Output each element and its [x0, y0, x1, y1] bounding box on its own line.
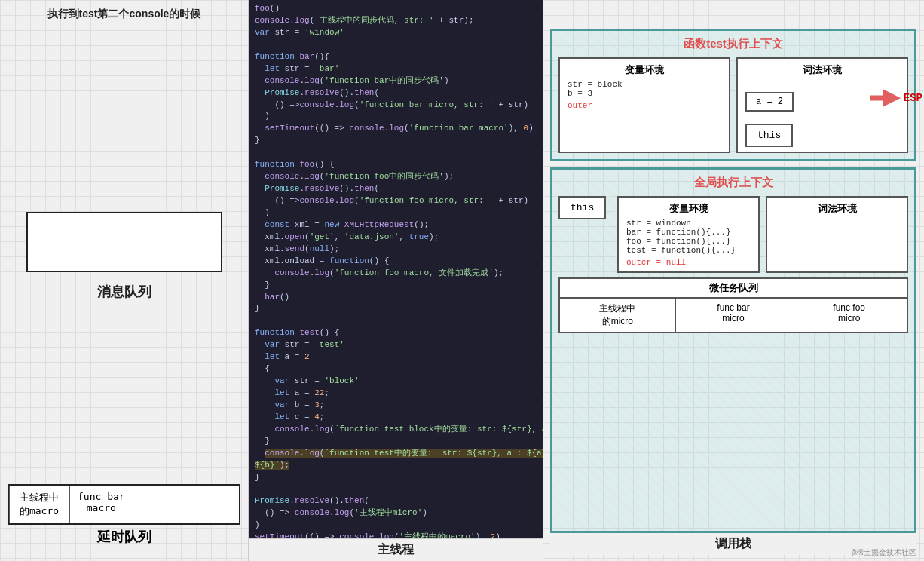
function-context-title: 函数test执行上下文 [558, 37, 908, 51]
code-display[interactable]: foo() console.log('主线程中的同步代码, str: ' + s… [249, 0, 543, 538]
global-bar: bar = function(){...} [626, 228, 751, 237]
function-var-env-content: str = block b = 3 outer [568, 80, 721, 110]
global-lex-env-title: 词法环境 [775, 202, 899, 216]
esp-arrow: ESP [870, 89, 922, 107]
microtask-cell-2: func foo micro [791, 299, 907, 332]
delay-cell-0: 主线程中 的macro [9, 486, 69, 523]
left-content: 执行到test第二个console的时候 消息队列 主线程中 的macro fu… [8, 8, 240, 553]
code-panel-label: 主线程 [249, 538, 543, 561]
global-context: 全局执行上下文 this 变量环境 str = windown bar = fu… [550, 167, 916, 533]
microtask-title: 微任务队列 [558, 277, 908, 297]
message-queue-area: 消息队列 [8, 29, 240, 484]
global-this-area: this [558, 196, 611, 273]
microtask-cell-1: func bar micro [676, 299, 792, 332]
microtask-cell-0: 主线程中 的micro [560, 299, 676, 332]
lex-a-value: a = 2 [756, 97, 783, 107]
microtask-cells: 主线程中 的micro func bar micro func foo micr… [558, 297, 908, 333]
function-this-area: this [745, 124, 899, 147]
global-outer-null: outer = null [626, 258, 751, 267]
function-var-env: 变量环境 str = block b = 3 outer [558, 57, 730, 153]
global-var-env: 变量环境 str = windown bar = function(){...}… [617, 196, 760, 273]
esp-label: ESP [904, 92, 922, 104]
var-str-block: str = block [568, 80, 721, 89]
function-test-context: 函数test执行上下文 变量环境 str = block b = 3 outer… [550, 29, 916, 161]
code-panel: foo() console.log('主线程中的同步代码, str: ' + s… [249, 0, 543, 561]
function-var-outer: outer [568, 101, 721, 110]
message-queue-label: 消息队列 [97, 283, 151, 301]
global-this-box: this [558, 196, 606, 219]
global-lex-env: 词法环境 [766, 196, 908, 273]
delay-queue-box: 主线程中 的macro func bar macro [8, 484, 240, 525]
global-foo: foo = function(){...} [626, 237, 751, 246]
global-test: test = function(){...} [626, 246, 751, 255]
left-panel: 执行到test第二个console的时候 消息队列 主线程中 的macro fu… [0, 0, 249, 561]
right-panel: ESP 函数test执行上下文 变量环境 str = block b = 3 o… [543, 0, 924, 561]
function-lex-env-title: 词法环境 [745, 63, 899, 77]
function-context-env-row: 变量环境 str = block b = 3 outer 词法环境 a = 2 [558, 57, 908, 153]
microtask-section: 微任务队列 主线程中 的micro func bar micro func fo… [558, 277, 908, 333]
lex-a-box: a = 2 [745, 92, 794, 112]
global-context-row: this 变量环境 str = windown bar = function()… [558, 196, 908, 273]
global-var-env-title: 变量环境 [626, 202, 751, 216]
delay-cell-1: func bar macro [69, 486, 133, 523]
page-title: 执行到test第二个console的时候 [8, 8, 240, 21]
esp-arrow-icon [870, 89, 901, 107]
right-content: ESP 函数test执行上下文 变量环境 str = block b = 3 o… [543, 0, 924, 561]
message-empty-box [26, 212, 222, 272]
global-str: str = windown [626, 219, 751, 228]
global-var-content: str = windown bar = function(){...} foo … [626, 219, 751, 267]
var-b: b = 3 [568, 89, 721, 98]
global-context-title: 全局执行上下文 [558, 176, 908, 190]
copyright-text: @稀土掘金技术社区 [852, 547, 916, 558]
delay-queue-label: 延时队列 [8, 528, 240, 546]
function-var-env-title: 变量环境 [568, 63, 721, 77]
delay-queue: 主线程中 的macro func bar macro 延时队列 [8, 484, 240, 553]
function-this-box: this [745, 124, 793, 147]
